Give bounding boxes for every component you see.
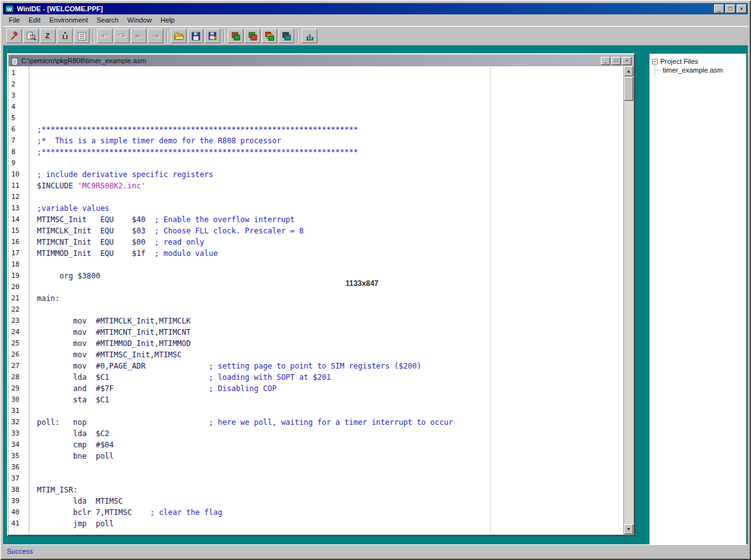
- line-number: 22: [11, 304, 29, 315]
- list-icon: [77, 31, 87, 41]
- program-button[interactable]: [57, 29, 73, 43]
- redo-button[interactable]: ↷: [114, 29, 130, 43]
- line-number: 31: [11, 405, 29, 417]
- editor-restore-button[interactable]: □: [611, 57, 621, 65]
- menu-bar: FileEditEnvironmentSearchWindowHelp: [3, 14, 748, 26]
- close-button[interactable]: ×: [737, 4, 747, 13]
- code-line: [37, 462, 623, 473]
- list-button[interactable]: [74, 29, 89, 43]
- memory-window-button[interactable]: [262, 29, 277, 43]
- line-number: 39: [11, 496, 29, 507]
- line-number: 28: [11, 372, 29, 383]
- menu-search[interactable]: Search: [92, 15, 123, 25]
- line-number: 20: [11, 282, 29, 293]
- registers-window-button[interactable]: [245, 29, 260, 43]
- tree-collapse-icon[interactable]: −: [652, 59, 658, 64]
- toolbar-separator: [297, 30, 299, 43]
- project-window-button[interactable]: [228, 29, 243, 43]
- redo-icon: ↷: [118, 32, 125, 40]
- code-line: MTIMCLK_Init EQU $03 ; Choose FLL clock.…: [37, 225, 623, 237]
- editor-body: 1234567891011121314151617181920212223242…: [9, 66, 633, 534]
- save-as-button[interactable]: [205, 29, 220, 43]
- line-number: 19: [11, 270, 29, 282]
- open-file-button[interactable]: [171, 29, 186, 43]
- editor-minimize-button[interactable]: _: [601, 57, 610, 65]
- code-line: MTIMMOD_Init EQU $1f ; modulo value: [37, 248, 623, 259]
- menu-file[interactable]: File: [4, 15, 24, 25]
- scroll-up-button[interactable]: ▲: [624, 66, 633, 76]
- code-line: MTIMCNT_Init EQU $00 ; read only: [37, 237, 623, 248]
- minimize-button[interactable]: _: [714, 4, 724, 13]
- line-number: 7: [11, 135, 29, 146]
- code-line: [37, 473, 623, 484]
- watch-window-button[interactable]: [278, 29, 294, 43]
- verify-button[interactable]: [23, 29, 39, 43]
- line-number: 30: [11, 394, 29, 405]
- code-line: [37, 304, 623, 315]
- code-area[interactable]: 1133x847 ;******************************…: [29, 66, 623, 534]
- line-number: 25: [11, 338, 29, 349]
- code-line: [37, 282, 623, 293]
- menu-edit[interactable]: Edit: [24, 15, 45, 25]
- line-number: 15: [11, 225, 29, 237]
- assemble-button[interactable]: [6, 29, 22, 43]
- statistics-button[interactable]: [302, 29, 317, 43]
- undo-icon: ↶: [101, 32, 108, 40]
- code-line: [37, 405, 623, 417]
- svg-text:W: W: [7, 6, 13, 13]
- code-line: mov #0,PAGE_ADR ; setting page to point …: [37, 360, 623, 372]
- line-number-gutter: 1234567891011121314151617181920212223242…: [9, 66, 29, 534]
- mdi-client: C:\pemicro\pkgR808\timer_example.asm _ □…: [3, 46, 748, 544]
- window-title: WinIDE - [WELCOME.PPF]: [17, 5, 713, 13]
- tree-root-label: Project Files: [660, 58, 698, 65]
- line-number: 29: [11, 383, 29, 394]
- scroll-down-button[interactable]: ▼: [624, 524, 633, 534]
- menu-help[interactable]: Help: [156, 15, 179, 25]
- editor-title: C:\pemicro\pkgR808\timer_example.asm: [21, 57, 600, 64]
- code-line: [37, 259, 623, 270]
- tree-root[interactable]: − Project Files: [652, 58, 745, 65]
- code-line: poll: nop ; here we poll, waiting for a …: [37, 417, 623, 428]
- line-number: 37: [11, 473, 29, 484]
- margin-ruler: [490, 66, 491, 534]
- status-bar: Success: [3, 544, 748, 557]
- watch-window-icon: [282, 31, 292, 41]
- memory-window-icon: [265, 31, 275, 41]
- save-file-icon: [191, 31, 201, 41]
- code-line: ;***************************************…: [37, 124, 623, 135]
- line-number: 10: [11, 169, 29, 180]
- code-line: ; include derivative specific registers: [37, 169, 623, 180]
- shift-left-button[interactable]: ⇤: [131, 29, 146, 43]
- menu-environment[interactable]: Environment: [45, 15, 93, 25]
- tree-item[interactable]: timer_example.asm: [655, 65, 745, 75]
- maximize-button[interactable]: □: [725, 4, 735, 13]
- save-file-button[interactable]: [188, 29, 203, 43]
- line-number: 18: [11, 259, 29, 270]
- scrollbar-thumb[interactable]: [624, 77, 633, 101]
- verify-icon: [26, 31, 36, 41]
- debug-button[interactable]: Z: [40, 29, 56, 43]
- undo-button[interactable]: ↶: [97, 29, 113, 43]
- status-text: Success: [7, 547, 33, 555]
- code-line: mov #MTIMSC_Init,MTIMSC: [37, 349, 623, 360]
- editor-close-button[interactable]: ×: [622, 57, 631, 65]
- code-line: cmp #$04: [37, 439, 623, 451]
- menu-window[interactable]: Window: [123, 15, 156, 25]
- assemble-icon: [9, 31, 19, 41]
- code-line: org $3800: [37, 270, 623, 282]
- line-number: 26: [11, 349, 29, 360]
- line-number: 34: [11, 439, 29, 451]
- code-line: $INCLUDE 'MC9RS08K2.inc': [37, 180, 623, 191]
- shift-right-button[interactable]: ⇥: [148, 29, 163, 43]
- line-number: 11: [11, 180, 29, 191]
- toolbar-separator: [223, 30, 225, 43]
- tree-item-label: timer_example.asm: [663, 66, 723, 74]
- toolbar-separator: [93, 30, 94, 43]
- line-number: 24: [11, 327, 29, 338]
- statistics-icon: [305, 31, 315, 41]
- line-number: 40: [11, 507, 29, 518]
- vertical-scrollbar[interactable]: ▲ ▼: [623, 66, 633, 534]
- code-line: sta $C1: [37, 394, 623, 405]
- line-number: 13: [11, 203, 29, 214]
- project-panel: − Project Files timer_example.asm: [649, 53, 747, 544]
